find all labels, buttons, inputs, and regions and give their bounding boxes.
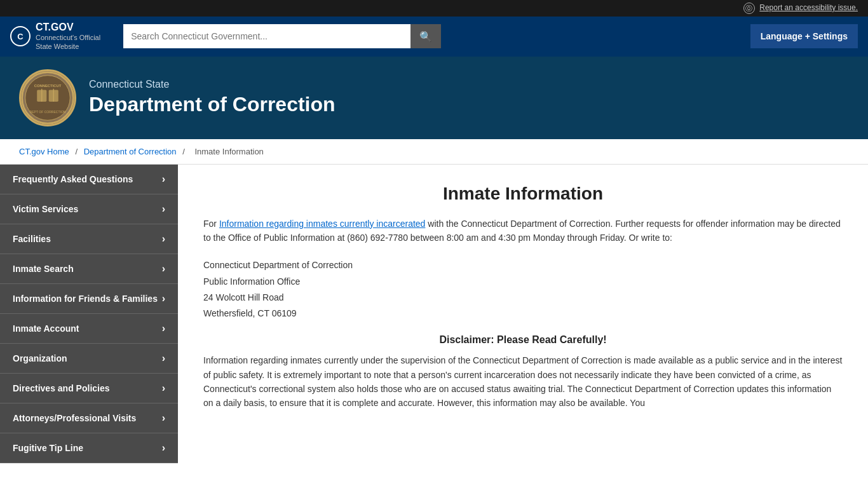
svg-text:CONNECTICUT: CONNECTICUT	[34, 84, 62, 88]
content-intro: For Information regarding inmates curren…	[203, 217, 843, 245]
ct-logo-text-area: CT.GOV Connecticut's Official State Webs…	[36, 22, 100, 51]
intro-before-link: For	[203, 219, 219, 229]
ct-logo-label: CT.GOV	[36, 22, 100, 33]
address-block: Connecticut Department of Correction Pub…	[203, 257, 843, 322]
sidebar-item-label: Organization	[13, 353, 67, 363]
breadcrumb-dept[interactable]: Department of Correction	[84, 147, 177, 156]
address-line3: 24 Wolcott Hill Road	[203, 290, 843, 306]
breadcrumb: CT.gov Home / Department of Correction /…	[0, 139, 868, 165]
accessibility-link[interactable]: Report an accessibility issue.	[759, 3, 858, 12]
breadcrumb-sep2: /	[182, 147, 185, 156]
sidebar-item-label: Fugitive Tip Line	[13, 443, 83, 453]
chevron-right-icon: ›	[162, 173, 165, 185]
sidebar-item-facilities[interactable]: Facilities›	[0, 224, 178, 254]
chevron-right-icon: ›	[162, 233, 165, 245]
breadcrumb-sep1: /	[75, 147, 78, 156]
chevron-right-icon: ›	[162, 412, 165, 424]
breadcrumb-home[interactable]: CT.gov Home	[19, 147, 69, 156]
dept-subtitle: Connecticut State	[89, 79, 336, 90]
chevron-right-icon: ›	[162, 353, 165, 364]
accessibility-bar: ⓪ Report an accessibility issue.	[0, 0, 868, 17]
sidebar-item-attorneys-visits[interactable]: Attorneys/Professional Visits›	[0, 403, 178, 433]
sidebar-item-friends-families[interactable]: Information for Friends & Families›	[0, 284, 178, 314]
sidebar-item-directives-policies[interactable]: Directives and Policies›	[0, 374, 178, 403]
search-input[interactable]	[123, 24, 410, 48]
dept-title: Department of Correction	[89, 93, 336, 116]
sidebar-item-label: Attorneys/Professional Visits	[13, 413, 136, 423]
sidebar-item-label: Information for Friends & Families	[13, 294, 158, 304]
sidebar-item-label: Inmate Search	[13, 264, 74, 274]
accessibility-icon: ⓪	[743, 3, 755, 14]
sidebar-item-label: Inmate Account	[13, 323, 79, 334]
chevron-right-icon: ›	[162, 203, 165, 215]
ct-state-line1: Connecticut's Official State Website	[36, 33, 100, 51]
disclaimer-title: Disclaimer: Please Read Carefully!	[203, 334, 843, 346]
dept-title-area: Connecticut State Department of Correcti…	[89, 79, 336, 116]
sidebar-item-inmate-account[interactable]: Inmate Account›	[0, 314, 178, 344]
sidebar-item-label: Facilities	[13, 234, 51, 244]
chevron-right-icon: ›	[162, 323, 165, 334]
sidebar-item-faq[interactable]: Frequently Asked Questions›	[0, 165, 178, 194]
disclaimer-text: Information regarding inmates currently …	[203, 353, 843, 410]
sidebar-item-victim-services[interactable]: Victim Services›	[0, 194, 178, 224]
sidebar-item-organization[interactable]: Organization›	[0, 344, 178, 374]
svg-point-1	[25, 75, 71, 120]
chevron-right-icon: ›	[162, 293, 165, 304]
svg-text:DEPT OF CORRECTION: DEPT OF CORRECTION	[30, 109, 66, 113]
chevron-right-icon: ›	[162, 383, 165, 394]
chevron-right-icon: ›	[162, 263, 165, 274]
dept-header: CONNECTICUT DEPT OF CORRECTION Connectic…	[0, 57, 868, 139]
sidebar-item-label: Frequently Asked Questions	[13, 174, 133, 184]
page-title: Inmate Information	[203, 184, 843, 204]
chevron-right-icon: ›	[162, 442, 165, 454]
main-layout: Frequently Asked Questions›Victim Servic…	[0, 165, 868, 482]
ct-logo-icon: C	[10, 26, 31, 46]
sidebar: Frequently Asked Questions›Victim Servic…	[0, 165, 178, 482]
breadcrumb-current: Inmate Information	[194, 147, 263, 156]
sidebar-item-fugitive-tip-line[interactable]: Fugitive Tip Line›	[0, 433, 178, 463]
ct-logo-area: C CT.GOV Connecticut's Official State We…	[10, 22, 100, 51]
search-button[interactable]: 🔍	[410, 24, 441, 48]
address-line1: Connecticut Department of Correction	[203, 257, 843, 273]
ct-nav: C CT.GOV Connecticut's Official State We…	[0, 17, 868, 57]
language-settings-button[interactable]: Language + Settings	[750, 24, 858, 48]
sidebar-item-inmate-search[interactable]: Inmate Search›	[0, 254, 178, 284]
content-area: Inmate Information For Information regar…	[178, 165, 868, 482]
address-line4: Wethersfield, CT 06109	[203, 306, 843, 322]
sidebar-item-label: Directives and Policies	[13, 383, 110, 393]
dept-seal: CONNECTICUT DEPT OF CORRECTION	[19, 69, 76, 126]
ct-search-area: 🔍	[123, 24, 441, 48]
incarcerated-link[interactable]: Information regarding inmates currently …	[219, 219, 426, 229]
sidebar-item-label: Victim Services	[13, 204, 78, 214]
address-line2: Public Information Office	[203, 274, 843, 290]
